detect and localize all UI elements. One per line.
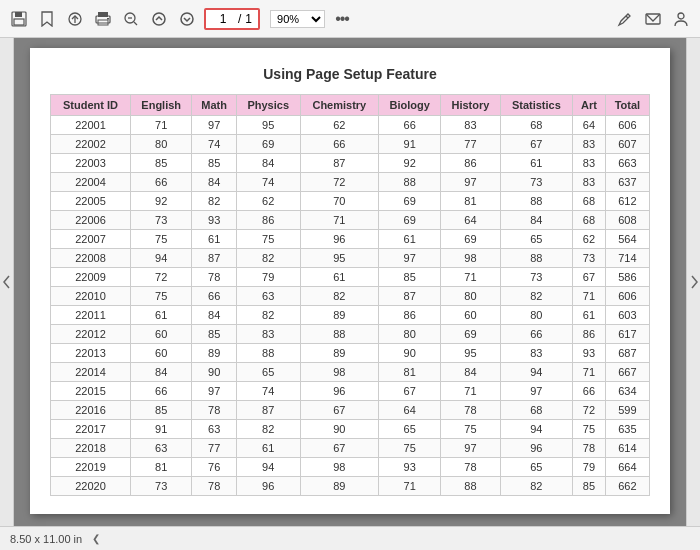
table-row: 220077561759661696562564 xyxy=(51,230,650,249)
table-cell: 88 xyxy=(500,192,573,211)
table-cell: 97 xyxy=(441,173,500,192)
table-cell: 94 xyxy=(130,249,191,268)
table-cell: 80 xyxy=(379,325,441,344)
table-cell: 663 xyxy=(605,154,649,173)
table-row: 220179163829065759475635 xyxy=(51,420,650,439)
table-cell: 66 xyxy=(573,382,606,401)
table-cell: 83 xyxy=(573,173,606,192)
table-cell: 83 xyxy=(236,325,300,344)
page-separator: / xyxy=(238,12,241,26)
table-row: 220136089888990958393687 xyxy=(51,344,650,363)
table-cell: 22001 xyxy=(51,116,131,135)
table-cell: 88 xyxy=(236,344,300,363)
left-nav-arrow[interactable] xyxy=(0,38,14,526)
table-cell: 96 xyxy=(300,230,379,249)
zoom-select[interactable]: 90% 75% 100% 125% xyxy=(270,10,325,28)
table-cell: 586 xyxy=(605,268,649,287)
svg-line-12 xyxy=(134,22,137,25)
table-cell: 98 xyxy=(300,458,379,477)
table-cell: 84 xyxy=(130,363,191,382)
table-cell: 85 xyxy=(573,477,606,496)
table-cell: 87 xyxy=(236,401,300,420)
table-cell: 81 xyxy=(130,458,191,477)
table-cell: 72 xyxy=(130,268,191,287)
more-options-icon[interactable]: ••• xyxy=(331,8,353,30)
table-cell: 612 xyxy=(605,192,649,211)
table-cell: 76 xyxy=(192,458,236,477)
page-total: 1 xyxy=(245,12,252,26)
main-area: Using Page Setup Feature Student IDEngli… xyxy=(0,38,700,526)
table-cell: 95 xyxy=(441,344,500,363)
table-cell: 73 xyxy=(130,211,191,230)
right-nav-arrow[interactable] xyxy=(686,38,700,526)
svg-rect-1 xyxy=(15,12,22,17)
table-cell: 73 xyxy=(130,477,191,496)
user-icon[interactable] xyxy=(670,8,692,30)
table-cell: 667 xyxy=(605,363,649,382)
table-header-cell: Chemistry xyxy=(300,95,379,116)
table-cell: 84 xyxy=(500,211,573,230)
table-cell: 71 xyxy=(441,382,500,401)
svg-point-14 xyxy=(181,13,193,25)
table-cell: 72 xyxy=(573,401,606,420)
table-header-cell: Total xyxy=(605,95,649,116)
table-cell: 86 xyxy=(441,154,500,173)
bookmark-icon[interactable] xyxy=(36,8,58,30)
arrow-down-icon[interactable] xyxy=(176,8,198,30)
data-table: Student IDEnglishMathPhysicsChemistryBio… xyxy=(50,94,650,496)
table-cell: 93 xyxy=(379,458,441,477)
table-header-cell: Statistics xyxy=(500,95,573,116)
table-cell: 84 xyxy=(236,154,300,173)
table-cell: 67 xyxy=(300,439,379,458)
table-header-cell: Art xyxy=(573,95,606,116)
table-cell: 61 xyxy=(500,154,573,173)
table-cell: 22012 xyxy=(51,325,131,344)
table-cell: 64 xyxy=(379,401,441,420)
table-cell: 86 xyxy=(236,211,300,230)
table-cell: 65 xyxy=(379,420,441,439)
zoom-minus-icon[interactable] xyxy=(120,8,142,30)
page-current-input[interactable]: 1 xyxy=(212,12,234,26)
table-cell: 87 xyxy=(379,287,441,306)
table-cell: 97 xyxy=(500,382,573,401)
table-cell: 82 xyxy=(500,477,573,496)
upload-icon[interactable] xyxy=(64,8,86,30)
table-cell: 92 xyxy=(379,154,441,173)
table-cell: 83 xyxy=(500,344,573,363)
table-cell: 86 xyxy=(379,306,441,325)
annotation-icon[interactable] xyxy=(614,8,636,30)
table-cell: 73 xyxy=(500,268,573,287)
table-cell: 73 xyxy=(573,249,606,268)
table-row: 220059282627069818868612 xyxy=(51,192,650,211)
table-cell: 89 xyxy=(192,344,236,363)
print-icon[interactable] xyxy=(92,8,114,30)
table-cell: 78 xyxy=(441,458,500,477)
table-row: 220116184828986608061603 xyxy=(51,306,650,325)
table-cell: 60 xyxy=(130,325,191,344)
table-cell: 90 xyxy=(379,344,441,363)
table-cell: 93 xyxy=(573,344,606,363)
table-cell: 65 xyxy=(500,458,573,477)
table-cell: 22005 xyxy=(51,192,131,211)
table-cell: 22003 xyxy=(51,154,131,173)
table-header-cell: English xyxy=(130,95,191,116)
table-cell: 22017 xyxy=(51,420,131,439)
arrow-up-icon[interactable] xyxy=(148,8,170,30)
table-row: 220168578876764786872599 xyxy=(51,401,650,420)
save-icon[interactable] xyxy=(8,8,30,30)
table-cell: 66 xyxy=(130,382,191,401)
table-cell: 22015 xyxy=(51,382,131,401)
zoom-control: 90% 75% 100% 125% xyxy=(270,10,325,28)
table-cell: 89 xyxy=(300,344,379,363)
table-cell: 607 xyxy=(605,135,649,154)
table-cell: 61 xyxy=(236,439,300,458)
table-cell: 74 xyxy=(192,135,236,154)
table-cell: 22016 xyxy=(51,401,131,420)
status-left-arrow[interactable]: ❮ xyxy=(92,533,100,544)
table-cell: 687 xyxy=(605,344,649,363)
table-header-cell: Student ID xyxy=(51,95,131,116)
table-cell: 68 xyxy=(500,401,573,420)
table-cell: 88 xyxy=(441,477,500,496)
table-cell: 22013 xyxy=(51,344,131,363)
mail-icon[interactable] xyxy=(642,8,664,30)
